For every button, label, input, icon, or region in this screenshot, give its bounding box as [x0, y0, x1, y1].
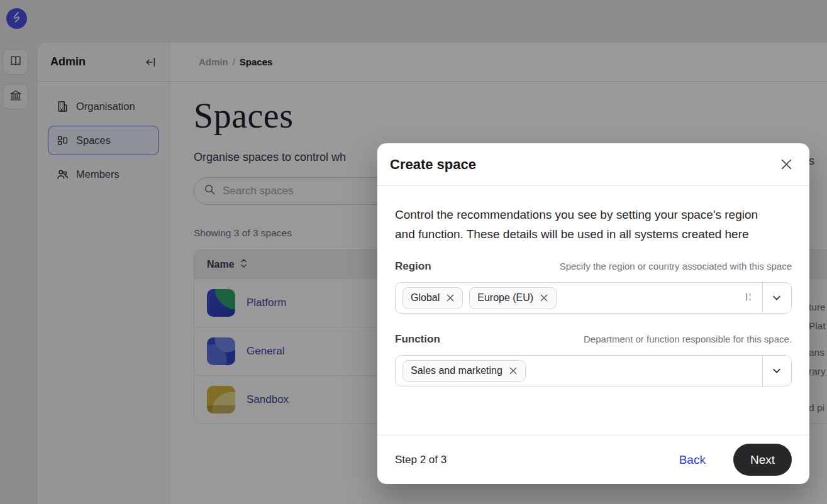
- select-divider: [762, 356, 763, 386]
- region-multiselect[interactable]: Global Europe (EU): [395, 282, 792, 314]
- region-hint: Specify the region or country associated…: [560, 261, 792, 271]
- back-button[interactable]: Back: [679, 453, 706, 467]
- region-field-header: Region Specify the region or country ass…: [395, 260, 792, 273]
- chevron-down-icon[interactable]: [771, 292, 782, 304]
- modal-description: Control the recommendations you see by s…: [395, 205, 777, 244]
- modal-body: Control the recommendations you see by s…: [377, 186, 809, 386]
- modal-header: Create space: [377, 143, 809, 186]
- next-button[interactable]: Next: [733, 444, 792, 476]
- create-space-modal: Create space Control the recommendations…: [377, 143, 809, 484]
- remove-chip-icon[interactable]: [446, 293, 455, 302]
- region-chip: Global: [402, 287, 463, 309]
- chip-label: Europe (EU): [477, 292, 533, 304]
- function-field-header: Function Department or function responsi…: [395, 333, 792, 346]
- modal-footer: Step 2 of 3 Back Next: [377, 435, 809, 484]
- select-divider: [762, 283, 763, 313]
- function-multiselect[interactable]: Sales and marketing: [395, 355, 792, 386]
- footer-actions: Back Next: [679, 444, 792, 476]
- remove-chip-icon[interactable]: [540, 293, 548, 302]
- function-select-controls: [753, 356, 782, 386]
- chip-label: Sales and marketing: [411, 365, 502, 376]
- function-chip: Sales and marketing: [402, 360, 526, 382]
- chip-label: Global: [411, 292, 440, 304]
- function-hint: Department or function responsible for t…: [584, 334, 792, 344]
- step-indicator: Step 2 of 3: [395, 454, 447, 466]
- function-label: Function: [395, 333, 440, 346]
- region-select-controls: [745, 283, 782, 313]
- remove-chip-icon[interactable]: [509, 366, 518, 375]
- modal-title: Create space: [390, 156, 476, 173]
- close-icon[interactable]: [777, 155, 796, 173]
- chevron-down-icon[interactable]: [771, 365, 782, 376]
- region-chip: Europe (EU): [469, 287, 557, 309]
- region-label: Region: [395, 260, 431, 273]
- loading-indicator-icon: [745, 292, 753, 304]
